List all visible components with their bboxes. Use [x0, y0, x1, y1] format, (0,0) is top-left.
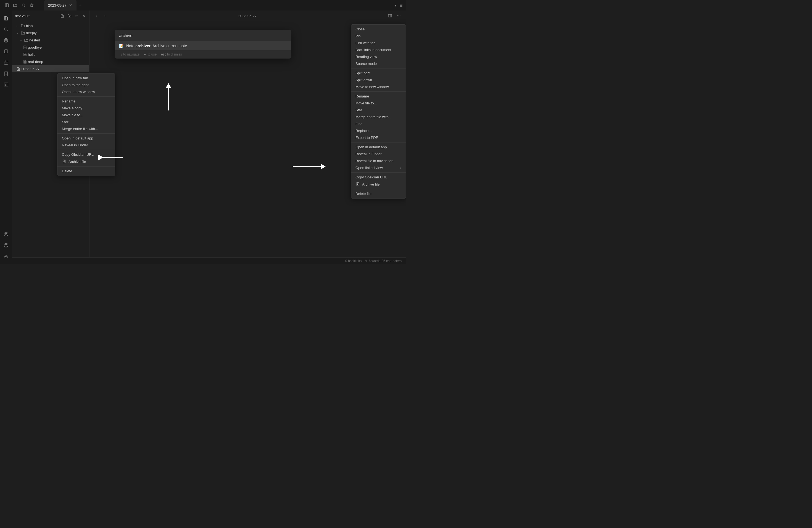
menu-merge-right[interactable]: Merge entire file with...: [351, 114, 406, 120]
terminal-activity-icon[interactable]: [1, 79, 11, 89]
menu-archive-file-left[interactable]: 🗄 Archive file: [57, 158, 115, 165]
forward-button[interactable]: ›: [102, 12, 108, 19]
help-activity-icon[interactable]: [1, 240, 11, 250]
back-button[interactable]: ‹: [93, 12, 100, 19]
sidebar-toggle-icon[interactable]: [4, 3, 10, 8]
menu-merge-file[interactable]: Merge entire file with...: [57, 126, 115, 132]
tab-2023-05-27[interactable]: 2023-05-27 ✕: [44, 0, 76, 11]
new-note-icon[interactable]: [59, 13, 65, 18]
svg-point-6: [4, 28, 7, 30]
menu-split-right[interactable]: Split right: [351, 70, 406, 76]
menu-split-down[interactable]: Split down: [351, 76, 406, 84]
menu-pin[interactable]: Pin: [351, 33, 406, 40]
tree-item-blah[interactable]: › blah: [12, 22, 89, 29]
folder-closed-icon: [21, 24, 25, 28]
close-sidebar-icon[interactable]: ✕: [81, 13, 86, 18]
dropdown-icon[interactable]: ▾: [395, 3, 396, 8]
menu-star[interactable]: Star: [57, 118, 115, 126]
command-result[interactable]: 📝 Note archiver: Archive current note: [115, 41, 291, 50]
menu-open-default-right[interactable]: Open in default app: [351, 144, 406, 150]
tree-label: real-deep: [28, 60, 43, 64]
sort-icon[interactable]: [74, 13, 79, 18]
settings-activity-icon[interactable]: [1, 251, 11, 261]
search-activity-icon[interactable]: [1, 24, 11, 34]
menu-delete[interactable]: Delete: [57, 167, 115, 175]
status-bar: 0 backlinks ✎ 6 words 25 characters: [12, 258, 406, 264]
search-icon[interactable]: [21, 3, 26, 8]
calendar-activity-icon[interactable]: [1, 57, 11, 68]
tree-item-hello[interactable]: hello: [12, 51, 89, 58]
menu-open-right[interactable]: Open to the right: [57, 82, 115, 88]
menu-link-tab[interactable]: Link with tab...: [351, 40, 406, 46]
chevron-down-icon: ⌄: [20, 39, 23, 42]
menu-label: Find...: [356, 122, 365, 126]
menu-separator: [351, 189, 406, 189]
command-hints: ↑↓ to navigate ↵ to use esc to dismiss: [115, 50, 291, 59]
menu-open-new-tab[interactable]: Open in new tab: [57, 75, 115, 82]
tab-close-icon[interactable]: ✕: [69, 3, 73, 7]
menu-replace[interactable]: Replace...: [351, 127, 406, 134]
new-tab-button[interactable]: +: [76, 1, 84, 9]
backlinks-status[interactable]: 0 backlinks: [345, 259, 362, 263]
menu-copy-obsidian-url-right[interactable]: Copy Obsidian URL: [351, 174, 406, 180]
tree-item-deeply[interactable]: ⌄ deeply: [12, 29, 89, 36]
bookmarks-activity-icon[interactable]: [1, 69, 11, 78]
menu-rename[interactable]: Rename: [57, 98, 115, 105]
menu-reveal-finder[interactable]: Reveal in Finder: [57, 142, 115, 149]
menu-separator: [351, 142, 406, 143]
menu-reveal-nav[interactable]: Reveal file in navigation: [351, 157, 406, 164]
menu-backlinks-doc[interactable]: Backlinks in document: [351, 46, 406, 53]
menu-source-mode[interactable]: Source mode: [351, 60, 406, 67]
menu-separator: [57, 133, 115, 134]
tree-item-goodbye[interactable]: goodbye: [12, 44, 89, 51]
menu-reveal-finder-right[interactable]: Reveal in Finder: [351, 150, 406, 157]
menu-rename-right[interactable]: Rename: [351, 93, 406, 100]
menu-separator: [351, 68, 406, 69]
tree-item-real-deep[interactable]: real-deep: [12, 58, 89, 65]
tree-item-2023-05-27[interactable]: 2023-05-27: [12, 65, 89, 72]
menu-move-file[interactable]: Move file to...: [57, 112, 115, 118]
menu-open-linked[interactable]: Open linked view ›: [351, 164, 406, 171]
vault-name: dev-vault: [15, 14, 58, 18]
new-folder-icon[interactable]: [67, 13, 72, 18]
graph-activity-icon[interactable]: [1, 35, 11, 45]
menu-close[interactable]: Close: [351, 26, 406, 33]
menu-reading-view[interactable]: Reading view: [351, 53, 406, 60]
menu-open-new-window[interactable]: Open in new window: [57, 88, 115, 95]
command-input[interactable]: [119, 33, 287, 38]
tags-activity-icon[interactable]: [1, 46, 11, 56]
svg-point-21: [5, 233, 7, 235]
svg-point-26: [5, 256, 6, 257]
title-bar-left: [0, 3, 34, 8]
menu-find[interactable]: Find...: [351, 120, 406, 127]
files-activity-icon[interactable]: [1, 13, 11, 23]
result-note-icon: 📝: [119, 44, 124, 48]
backlinks-label: 0 backlinks: [345, 259, 362, 263]
menu-open-default[interactable]: Open in default app: [57, 135, 115, 142]
split-editor-icon[interactable]: [387, 12, 393, 19]
more-options-icon[interactable]: ⋯: [395, 12, 402, 19]
split-view-icon[interactable]: ⊞: [400, 3, 403, 8]
menu-move-file-right[interactable]: Move file to...: [351, 100, 406, 107]
star-icon[interactable]: [29, 3, 34, 8]
file-icon: [23, 53, 27, 56]
folder-icon[interactable]: [13, 3, 18, 8]
svg-line-3: [24, 6, 25, 7]
menu-star-right[interactable]: Star: [351, 107, 406, 114]
menu-copy-obsidian-url[interactable]: Copy Obsidian URL: [57, 151, 115, 158]
menu-label: Star: [356, 108, 362, 112]
tree-label: deeply: [26, 31, 37, 35]
menu-delete-file[interactable]: Delete file: [351, 190, 406, 197]
menu-export-pdf[interactable]: Export to PDF: [351, 134, 406, 141]
menu-make-copy[interactable]: Make a copy: [57, 105, 115, 112]
menu-label: Pin: [356, 34, 361, 38]
menu-move-new-window[interactable]: Move to new window: [351, 84, 406, 90]
tree-item-nested[interactable]: ⌄ nested: [12, 36, 89, 44]
svg-rect-12: [4, 50, 8, 53]
menu-label: Export to PDF: [356, 136, 378, 140]
plugin-icon[interactable]: [1, 229, 11, 239]
title-bar: 2023-05-27 ✕ + ▾ ⊞: [0, 0, 406, 11]
tree-label: hello: [28, 53, 35, 57]
menu-archive-file-right[interactable]: 🗄 Archive file: [351, 180, 406, 188]
menu-label: Source mode: [356, 62, 377, 66]
